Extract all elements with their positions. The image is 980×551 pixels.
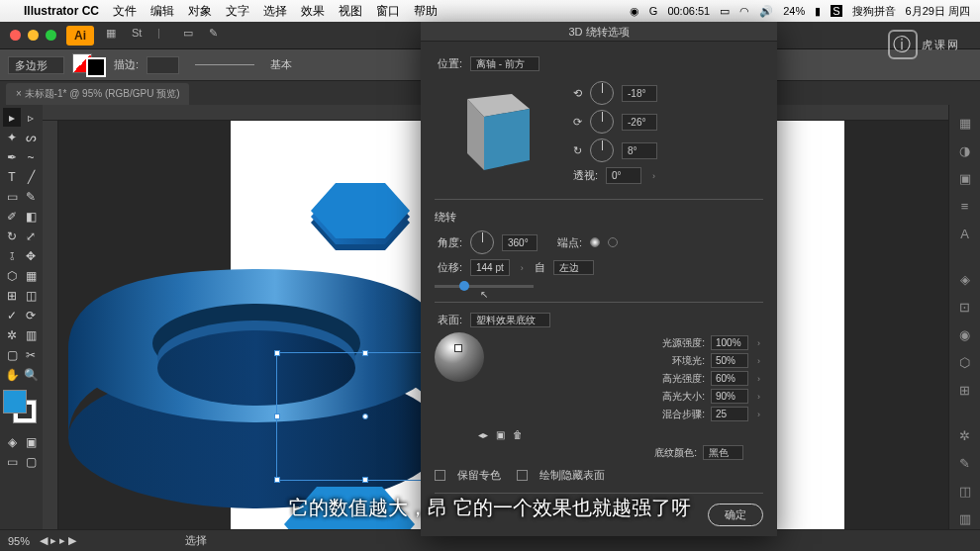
menu-edit[interactable]: 编辑 [150, 3, 174, 20]
type-tool[interactable]: T [3, 167, 21, 186]
brush-icon[interactable]: ✎ [209, 27, 227, 45]
bridge-icon[interactable]: ▦ [106, 27, 124, 45]
light-del-icon[interactable]: 🗑 [513, 429, 523, 440]
rotate-tool[interactable]: ↻ [3, 227, 21, 245]
surface-select[interactable]: 塑料效果底纹 [470, 313, 550, 327]
light-preview[interactable] [435, 332, 484, 382]
shape-select[interactable]: 多边形 [8, 56, 64, 74]
width-tool[interactable]: ⫱ [3, 246, 21, 265]
slice-tool[interactable]: ✂ [22, 345, 40, 364]
wand-tool[interactable]: ✦ [3, 128, 21, 146]
color-icon[interactable]: ◑ [955, 140, 975, 160]
hand-tool[interactable]: ✋ [3, 365, 21, 384]
gradient-tool[interactable]: ◫ [22, 286, 40, 305]
menu-help[interactable]: 帮助 [414, 3, 438, 20]
menu-file[interactable]: 文件 [113, 3, 137, 20]
gear-icon[interactable]: G [649, 5, 658, 17]
preserve-spot-check[interactable] [435, 470, 445, 481]
offset-slider[interactable] [435, 285, 534, 288]
rot-z[interactable]: 8° [622, 142, 657, 159]
close-btn[interactable] [10, 30, 21, 41]
min-btn[interactable] [28, 30, 39, 41]
persp-arrow[interactable]: › [649, 171, 658, 181]
screen2[interactable]: ▢ [22, 452, 40, 471]
eraser-tool[interactable]: ◧ [22, 207, 40, 226]
shape-builder[interactable]: ⬡ [3, 266, 21, 285]
handle-n[interactable] [362, 350, 368, 356]
line-tool[interactable]: ╱ [22, 167, 40, 186]
arrange-icon[interactable]: ▭ [183, 27, 201, 45]
direct-select-tool[interactable]: ▹ [22, 108, 40, 127]
curve-tool[interactable]: ~ [22, 147, 40, 166]
light-new-icon[interactable]: ▣ [496, 429, 505, 440]
layers-icon[interactable]: ◈ [955, 269, 975, 289]
menu-view[interactable]: 视图 [339, 3, 362, 20]
artboard-tool[interactable]: ▢ [3, 345, 21, 364]
graphic-icon[interactable]: ⬡ [955, 352, 975, 372]
handle-sw[interactable] [274, 477, 280, 483]
graph-tool[interactable]: ▥ [22, 325, 40, 344]
menu-window[interactable]: 窗口 [376, 3, 400, 20]
persp-tool[interactable]: ▦ [22, 266, 40, 285]
ime-icon[interactable]: S [831, 5, 841, 17]
rect-tool[interactable]: ▭ [3, 187, 21, 206]
blend-tool[interactable]: ⟳ [22, 306, 40, 324]
light-back-icon[interactable]: ◂▸ [478, 429, 488, 440]
persp-val[interactable]: 0° [606, 167, 641, 184]
hii-val[interactable]: 60% [711, 371, 748, 386]
li-val[interactable]: 100% [711, 335, 748, 350]
transform-icon[interactable]: ◫ [955, 481, 975, 501]
fill-stroke-swatches[interactable] [72, 53, 106, 77]
properties-icon[interactable]: ▦ [955, 113, 975, 133]
his-val[interactable]: 90% [711, 389, 748, 404]
cube-preview[interactable] [444, 81, 543, 180]
mesh-tool[interactable]: ⊞ [3, 286, 21, 305]
selection-tool[interactable]: ▸ [3, 108, 21, 127]
stroke-icon[interactable]: ≡ [955, 196, 975, 216]
zoom-level[interactable]: 95% [8, 535, 30, 547]
stroke-profile[interactable] [195, 64, 254, 65]
draw-hidden-check[interactable] [517, 470, 528, 481]
pathfinder-icon[interactable]: ▥ [955, 508, 975, 528]
stroke-swatch[interactable] [86, 57, 106, 77]
nav-arrows[interactable]: ◀ ▸ ▸ ▶ [40, 534, 76, 547]
angle-dial[interactable] [470, 230, 494, 254]
ime[interactable]: 搜狗拼音 [852, 4, 896, 19]
handle-c[interactable] [362, 413, 368, 419]
max-btn[interactable] [46, 30, 56, 41]
cap-off[interactable] [608, 237, 618, 247]
brush-tool[interactable]: ✎ [22, 187, 40, 206]
zoom-tool[interactable]: 🔍 [22, 365, 40, 384]
brushes-icon[interactable]: ✎ [955, 453, 975, 473]
eyedropper-tool[interactable]: ✓ [3, 306, 21, 324]
stroke-value[interactable] [147, 56, 179, 74]
rot-x[interactable]: -18° [622, 85, 657, 102]
position-select[interactable]: 离轴 - 前方 [470, 56, 539, 71]
menu-effect[interactable]: 效果 [301, 3, 325, 20]
links-icon[interactable]: ⊡ [955, 297, 975, 317]
symbol-tool[interactable]: ✲ [3, 325, 21, 344]
symbols-icon[interactable]: ✲ [955, 425, 975, 445]
menu-object[interactable]: 对象 [188, 3, 212, 20]
color-mode[interactable]: ◈ [3, 432, 21, 451]
draw-mode[interactable]: ▣ [22, 432, 40, 451]
scale-tool[interactable]: ⤢ [22, 227, 40, 245]
shade-color-select[interactable]: 黑色 [703, 445, 743, 460]
handle-w[interactable] [274, 413, 280, 419]
rot-x-dial[interactable] [590, 81, 614, 105]
lasso-tool[interactable]: ᔕ [22, 128, 40, 146]
doc-tab[interactable]: × 未标题-1* @ 95% (RGB/GPU 预览) [6, 83, 189, 105]
handle-s[interactable] [362, 477, 368, 483]
blend-val[interactable]: 25 [711, 407, 748, 421]
shaper-tool[interactable]: ✐ [3, 207, 21, 226]
fill-color[interactable] [3, 390, 27, 413]
handle-nw[interactable] [274, 350, 280, 356]
menu-select[interactable]: 选择 [263, 3, 287, 20]
amb-val[interactable]: 50% [711, 353, 748, 368]
wifi-icon[interactable]: ◠ [739, 5, 749, 18]
rot-y-dial[interactable] [590, 110, 614, 134]
free-tool[interactable]: ✥ [22, 246, 40, 265]
basic-lbl[interactable]: 基本 [270, 57, 292, 72]
display-icon[interactable]: ▭ [720, 5, 730, 18]
volume-icon[interactable]: 🔊 [759, 5, 773, 18]
